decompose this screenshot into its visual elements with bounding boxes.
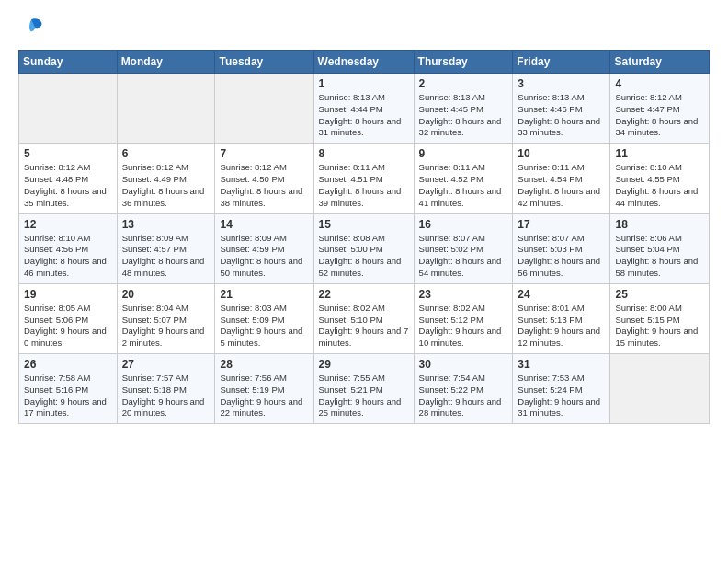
day-number: 16: [419, 218, 508, 231]
cell-content: Sunrise: 8:11 AMSunset: 4:51 PMDaylight:…: [319, 162, 409, 209]
calendar-cell: 7Sunrise: 8:12 AMSunset: 4:50 PMDaylight…: [215, 144, 313, 213]
cell-content: Sunrise: 8:09 AMSunset: 4:59 PMDaylight:…: [220, 233, 308, 280]
calendar-cell: 17Sunrise: 8:07 AMSunset: 5:03 PMDayligh…: [513, 213, 610, 283]
day-header-saturday: Saturday: [610, 51, 710, 74]
day-number: 2: [419, 77, 508, 90]
calendar-cell: 18Sunrise: 8:06 AMSunset: 5:04 PMDayligh…: [610, 213, 710, 283]
cell-content: Sunrise: 7:56 AMSunset: 5:19 PMDaylight:…: [220, 373, 308, 419]
calendar-cell: 26Sunrise: 7:58 AMSunset: 5:16 PMDayligh…: [19, 354, 118, 424]
cell-content: Sunrise: 8:09 AMSunset: 4:57 PMDaylight:…: [122, 233, 210, 280]
day-header-monday: Monday: [117, 51, 215, 74]
day-number: 10: [518, 147, 605, 160]
day-number: 11: [615, 147, 704, 160]
day-number: 23: [419, 288, 508, 301]
day-number: 28: [220, 358, 308, 371]
day-number: 29: [319, 358, 409, 371]
day-header-tuesday: Tuesday: [215, 51, 313, 74]
calendar-cell: 1Sunrise: 8:13 AMSunset: 4:44 PMDaylight…: [313, 74, 414, 144]
calendar-cell: 29Sunrise: 7:55 AMSunset: 5:21 PMDayligh…: [313, 354, 414, 424]
day-number: 26: [24, 358, 112, 371]
day-number: 30: [419, 358, 508, 371]
cell-content: Sunrise: 8:03 AMSunset: 5:09 PMDaylight:…: [220, 303, 308, 350]
week-row-4: 26Sunrise: 7:58 AMSunset: 5:16 PMDayligh…: [19, 354, 710, 424]
calendar-cell: 16Sunrise: 8:07 AMSunset: 5:02 PMDayligh…: [414, 213, 513, 283]
calendar-cell: 11Sunrise: 8:10 AMSunset: 4:55 PMDayligh…: [610, 144, 710, 213]
calendar-cell: 4Sunrise: 8:12 AMSunset: 4:47 PMDaylight…: [610, 74, 710, 144]
calendar-cell: 14Sunrise: 8:09 AMSunset: 4:59 PMDayligh…: [215, 213, 313, 283]
header: [18, 15, 710, 40]
cell-content: Sunrise: 8:04 AMSunset: 5:07 PMDaylight:…: [122, 303, 210, 350]
cell-content: Sunrise: 8:13 AMSunset: 4:44 PMDaylight:…: [319, 92, 409, 139]
cell-content: Sunrise: 8:05 AMSunset: 5:06 PMDaylight:…: [24, 303, 112, 350]
calendar-cell: 23Sunrise: 8:02 AMSunset: 5:12 PMDayligh…: [414, 283, 513, 353]
cell-content: Sunrise: 8:12 AMSunset: 4:47 PMDaylight:…: [615, 92, 704, 139]
calendar-cell: 12Sunrise: 8:10 AMSunset: 4:56 PMDayligh…: [19, 213, 118, 283]
day-number: 4: [615, 77, 704, 90]
cell-content: Sunrise: 7:57 AMSunset: 5:18 PMDaylight:…: [122, 373, 210, 419]
day-number: 13: [122, 218, 210, 231]
day-number: 25: [615, 288, 704, 301]
cell-content: Sunrise: 8:12 AMSunset: 4:50 PMDaylight:…: [220, 162, 308, 209]
calendar-cell: 20Sunrise: 8:04 AMSunset: 5:07 PMDayligh…: [117, 283, 215, 353]
cell-content: Sunrise: 8:12 AMSunset: 4:48 PMDaylight:…: [24, 162, 112, 209]
cell-content: Sunrise: 8:13 AMSunset: 4:46 PMDaylight:…: [518, 92, 605, 139]
cell-content: Sunrise: 7:58 AMSunset: 5:16 PMDaylight:…: [24, 373, 112, 419]
calendar-cell: 8Sunrise: 8:11 AMSunset: 4:51 PMDaylight…: [313, 144, 414, 213]
day-number: 14: [220, 218, 308, 231]
day-number: 12: [24, 218, 112, 231]
page: SundayMondayTuesdayWednesdayThursdayFrid…: [0, 0, 728, 563]
logo: [18, 15, 48, 40]
day-number: 9: [419, 147, 508, 160]
cell-content: Sunrise: 7:54 AMSunset: 5:22 PMDaylight:…: [419, 373, 508, 419]
cell-content: Sunrise: 8:07 AMSunset: 5:02 PMDaylight:…: [419, 233, 508, 280]
calendar-cell: 5Sunrise: 8:12 AMSunset: 4:48 PMDaylight…: [19, 144, 118, 213]
day-number: 21: [220, 288, 308, 301]
day-number: 31: [518, 358, 605, 371]
cell-content: Sunrise: 8:10 AMSunset: 4:56 PMDaylight:…: [24, 233, 112, 280]
day-number: 19: [24, 288, 112, 301]
calendar-header-row: SundayMondayTuesdayWednesdayThursdayFrid…: [19, 51, 710, 74]
calendar-cell: [215, 74, 313, 144]
calendar-cell: 25Sunrise: 8:00 AMSunset: 5:15 PMDayligh…: [610, 283, 710, 353]
week-row-1: 5Sunrise: 8:12 AMSunset: 4:48 PMDaylight…: [19, 144, 710, 213]
day-number: 3: [518, 77, 605, 90]
cell-content: Sunrise: 8:08 AMSunset: 5:00 PMDaylight:…: [319, 233, 409, 280]
cell-content: Sunrise: 7:53 AMSunset: 5:24 PMDaylight:…: [518, 373, 605, 419]
calendar-cell: 19Sunrise: 8:05 AMSunset: 5:06 PMDayligh…: [19, 283, 118, 353]
calendar-cell: 24Sunrise: 8:01 AMSunset: 5:13 PMDayligh…: [513, 283, 610, 353]
day-number: 22: [319, 288, 409, 301]
day-number: 24: [518, 288, 605, 301]
calendar-cell: 6Sunrise: 8:12 AMSunset: 4:49 PMDaylight…: [117, 144, 215, 213]
calendar-cell: 21Sunrise: 8:03 AMSunset: 5:09 PMDayligh…: [215, 283, 313, 353]
calendar: SundayMondayTuesdayWednesdayThursdayFrid…: [18, 50, 710, 424]
day-number: 1: [319, 77, 409, 90]
week-row-2: 12Sunrise: 8:10 AMSunset: 4:56 PMDayligh…: [19, 213, 710, 283]
cell-content: Sunrise: 8:12 AMSunset: 4:49 PMDaylight:…: [122, 162, 210, 209]
cell-content: Sunrise: 8:02 AMSunset: 5:12 PMDaylight:…: [419, 303, 508, 350]
cell-content: Sunrise: 8:11 AMSunset: 4:54 PMDaylight:…: [518, 162, 605, 209]
calendar-cell: 10Sunrise: 8:11 AMSunset: 4:54 PMDayligh…: [513, 144, 610, 213]
day-header-sunday: Sunday: [19, 51, 118, 74]
cell-content: Sunrise: 8:00 AMSunset: 5:15 PMDaylight:…: [615, 303, 704, 350]
week-row-3: 19Sunrise: 8:05 AMSunset: 5:06 PMDayligh…: [19, 283, 710, 353]
day-number: 20: [122, 288, 210, 301]
cell-content: Sunrise: 8:13 AMSunset: 4:45 PMDaylight:…: [419, 92, 508, 139]
calendar-cell: [610, 354, 710, 424]
cell-content: Sunrise: 8:07 AMSunset: 5:03 PMDaylight:…: [518, 233, 605, 280]
day-number: 27: [122, 358, 210, 371]
calendar-cell: 13Sunrise: 8:09 AMSunset: 4:57 PMDayligh…: [117, 213, 215, 283]
day-header-thursday: Thursday: [414, 51, 513, 74]
day-number: 18: [615, 218, 704, 231]
cell-content: Sunrise: 8:01 AMSunset: 5:13 PMDaylight:…: [518, 303, 605, 350]
calendar-cell: [19, 74, 118, 144]
cell-content: Sunrise: 8:02 AMSunset: 5:10 PMDaylight:…: [319, 303, 409, 350]
day-number: 7: [220, 147, 308, 160]
calendar-cell: 22Sunrise: 8:02 AMSunset: 5:10 PMDayligh…: [313, 283, 414, 353]
day-number: 8: [319, 147, 409, 160]
calendar-cell: [117, 74, 215, 144]
calendar-cell: 28Sunrise: 7:56 AMSunset: 5:19 PMDayligh…: [215, 354, 313, 424]
calendar-cell: 27Sunrise: 7:57 AMSunset: 5:18 PMDayligh…: [117, 354, 215, 424]
cell-content: Sunrise: 8:11 AMSunset: 4:52 PMDaylight:…: [419, 162, 508, 209]
day-number: 6: [122, 147, 210, 160]
day-number: 5: [24, 147, 112, 160]
